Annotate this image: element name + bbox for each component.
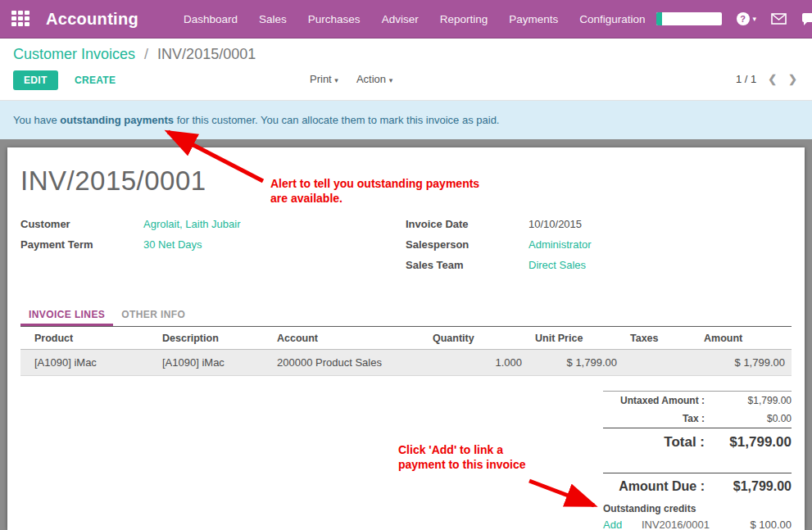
control-panel: Customer Invoices / INV/2015/0001 EDIT C… <box>0 39 812 100</box>
payment-term-label: Payment Term <box>20 238 143 251</box>
alert-text: You have outstanding payments for this c… <box>13 114 499 126</box>
tax-value: $0.00 <box>716 413 792 424</box>
outstanding-credits-title: Outstanding credits <box>603 501 792 516</box>
outstanding-payments-alert: You have outstanding payments for this c… <box>0 100 812 139</box>
chevron-right-icon[interactable]: ❯ <box>788 73 797 85</box>
invoice-lines-table: Product Description Account Quantity Uni… <box>20 327 792 376</box>
cell-product: [A1090] iMac <box>20 350 156 376</box>
payment-term-value-link[interactable]: 30 Net Days <box>143 238 202 251</box>
sales-team-value-link[interactable]: Direct Sales <box>528 259 586 271</box>
annotation-alert-note: Alert to tell you outstanding payments a… <box>270 176 479 206</box>
untaxed-amount-value: $1,799.00 <box>716 395 792 406</box>
credit-amount: $ 100.00 <box>721 519 792 530</box>
menu-reporting[interactable]: Reporting <box>429 0 499 38</box>
create-button[interactable]: CREATE <box>75 75 116 86</box>
breadcrumb: Customer Invoices / INV/2015/0001 <box>13 46 799 63</box>
menu-payments[interactable]: Payments <box>498 0 569 38</box>
edit-button[interactable]: EDIT <box>13 70 58 90</box>
alert-bold-text: outstanding payments <box>60 114 174 126</box>
table-row[interactable]: [A1090] iMac [A1090] iMac 200000 Product… <box>20 350 792 376</box>
col-amount: Amount <box>697 327 792 350</box>
annotation-add-note: Click 'Add' to link a payment to this in… <box>398 442 526 472</box>
menu-dashboard[interactable]: Dashboard <box>173 0 248 38</box>
cell-amount: $ 1,799.00 <box>697 350 792 376</box>
cell-taxes <box>624 350 697 376</box>
chevron-down-icon: ▾ <box>334 76 338 84</box>
pager-counter: 1 / 1 <box>736 73 756 85</box>
menu-configuration[interactable]: Configuration <box>569 0 655 38</box>
credit-reference: INV2016/0001 <box>640 519 721 530</box>
amount-due-label: Amount Due : <box>603 479 716 494</box>
help-menu[interactable]: ? ▾ <box>737 12 757 25</box>
menu-purchases[interactable]: Purchases <box>297 0 371 38</box>
cell-quantity: 1.000 <box>426 350 528 376</box>
invoice-date-label: Invoice Date <box>406 218 528 230</box>
totals-panel: Untaxed Amount : $1,799.00 Tax : $0.00 T… <box>603 391 792 530</box>
col-unit-price: Unit Price <box>528 327 624 350</box>
col-description: Description <box>156 327 270 350</box>
main-menu: Dashboard Sales Purchases Adviser Report… <box>173 0 656 38</box>
breadcrumb-customer-invoices[interactable]: Customer Invoices <box>13 46 135 62</box>
col-quantity: Quantity <box>426 327 528 350</box>
planner-progress-bar[interactable] <box>656 12 722 25</box>
total-label: Total : <box>603 434 716 451</box>
col-taxes: Taxes <box>624 327 697 350</box>
help-icon: ? <box>737 12 750 25</box>
menu-adviser[interactable]: Adviser <box>371 0 429 38</box>
chat-bubble-icon <box>801 13 812 25</box>
salesperson-value-link[interactable]: Administrator <box>528 238 592 251</box>
action-dropdown[interactable]: Action ▾ <box>356 73 392 85</box>
notebook-tabs: INVOICE LINES OTHER INFO <box>20 304 792 327</box>
invoice-date-value: 10/10/2015 <box>528 218 582 230</box>
customer-label: Customer <box>20 218 143 230</box>
print-dropdown[interactable]: Print ▾ <box>310 73 338 85</box>
outstanding-credit-row: Add INV2016/0001 $ 100.00 <box>603 516 792 530</box>
record-pager: 1 / 1 ❮ ❯ <box>736 73 797 85</box>
tax-label: Tax : <box>603 413 716 424</box>
cell-unit-price: $ 1,799.00 <box>528 350 624 376</box>
invoice-fields: Customer Agrolait, Laith Jubair Payment … <box>20 218 792 279</box>
top-navbar: Accounting Dashboard Sales Purchases Adv… <box>0 0 812 39</box>
chatter-button[interactable]: 21 <box>801 12 812 25</box>
untaxed-amount-label: Untaxed Amount : <box>603 395 716 406</box>
salesperson-label: Salesperson <box>406 238 528 251</box>
chevron-down-icon: ▾ <box>389 76 393 84</box>
menu-sales[interactable]: Sales <box>248 0 297 38</box>
col-product: Product <box>20 327 156 350</box>
chevron-down-icon: ▾ <box>753 15 757 23</box>
breadcrumb-current: INV/2015/0001 <box>157 46 256 62</box>
table-header-row: Product Description Account Quantity Uni… <box>20 327 792 350</box>
cell-description: [A1090] iMac <box>156 350 270 376</box>
add-credit-link[interactable]: Add <box>603 519 640 530</box>
chevron-left-icon[interactable]: ❮ <box>768 73 777 85</box>
total-value: $1,799.00 <box>716 434 792 451</box>
messages-button[interactable] <box>771 13 787 25</box>
envelope-icon <box>771 13 787 25</box>
tab-invoice-lines[interactable]: INVOICE LINES <box>20 304 113 326</box>
app-title: Accounting <box>46 10 138 29</box>
tab-other-info[interactable]: OTHER INFO <box>113 304 193 326</box>
sales-team-label: Sales Team <box>406 259 528 271</box>
amount-due-value: $1,799.00 <box>716 479 792 494</box>
breadcrumb-separator: / <box>144 46 148 62</box>
apps-grid-icon[interactable] <box>11 11 29 28</box>
cell-account: 200000 Product Sales <box>270 350 426 376</box>
customer-value-link[interactable]: Agrolait, Laith Jubair <box>143 218 241 230</box>
col-account: Account <box>270 327 426 350</box>
